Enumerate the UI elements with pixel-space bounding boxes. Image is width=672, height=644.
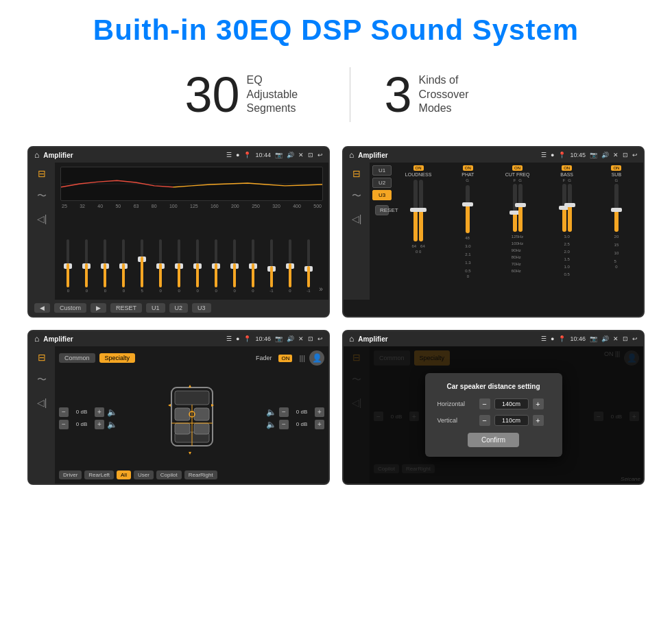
specialty-tab[interactable]: Specialty bbox=[99, 353, 136, 363]
phat-slider[interactable] bbox=[466, 185, 470, 233]
screen3-volume-icon[interactable]: 🔊 bbox=[287, 335, 294, 342]
horizontal-plus-btn[interactable]: + bbox=[533, 398, 544, 409]
rearright-btn[interactable]: RearRight bbox=[184, 470, 217, 479]
sub-on[interactable]: ON bbox=[611, 165, 621, 171]
screen2-menu-icon[interactable]: ☰ bbox=[541, 152, 547, 158]
vertical-minus-btn[interactable]: − bbox=[479, 415, 490, 426]
db-minus-tl[interactable]: − bbox=[59, 407, 69, 417]
screen3-back-icon[interactable]: ↩ bbox=[317, 335, 323, 342]
vertical-input[interactable] bbox=[494, 415, 529, 426]
copilot-btn[interactable]: Copilot bbox=[156, 470, 182, 479]
screen4-x-icon[interactable]: ✕ bbox=[613, 335, 619, 342]
vertical-plus-btn[interactable]: + bbox=[533, 415, 544, 426]
prev-button[interactable]: ◀ bbox=[34, 303, 50, 313]
slider-1[interactable]: 0 bbox=[60, 239, 76, 293]
screen2-eq-icon[interactable]: ⊟ bbox=[352, 168, 361, 179]
u3-button[interactable]: U3 bbox=[192, 303, 211, 313]
phat-on[interactable]: ON bbox=[463, 165, 473, 171]
slider-6[interactable]: 0 bbox=[153, 239, 169, 293]
driver-btn[interactable]: Driver bbox=[59, 470, 82, 479]
db-plus-bl[interactable]: + bbox=[95, 420, 104, 429]
slider-3[interactable]: 0 bbox=[97, 239, 113, 293]
screen3-home-icon[interactable]: ⌂ bbox=[34, 334, 39, 344]
slider-5[interactable]: 5 bbox=[134, 239, 150, 293]
screen3-wave-icon[interactable]: 〜 bbox=[37, 374, 47, 386]
slider-9[interactable]: 0 bbox=[208, 239, 224, 293]
slider-4[interactable]: 0 bbox=[116, 239, 132, 293]
db-minus-bl[interactable]: − bbox=[59, 420, 69, 429]
screen1-location-icon: 📍 bbox=[243, 152, 251, 158]
screen2-reset-btn[interactable]: RESET bbox=[375, 205, 389, 215]
u3-channel-btn[interactable]: U3 bbox=[372, 190, 392, 200]
screen4-home-icon[interactable]: ⌂ bbox=[349, 334, 354, 344]
slider-7[interactable]: 0 bbox=[171, 239, 187, 293]
bass-on[interactable]: ON bbox=[562, 165, 572, 171]
fader-sliders-icon[interactable]: ||| bbox=[299, 354, 305, 362]
u1-button[interactable]: U1 bbox=[146, 303, 165, 313]
screen4-menu-icon[interactable]: ☰ bbox=[541, 335, 547, 342]
profile-icon[interactable]: 👤 bbox=[309, 350, 324, 366]
horizontal-minus-btn[interactable]: − bbox=[479, 398, 490, 409]
slider-13[interactable]: 0 bbox=[282, 239, 298, 293]
db-plus-br[interactable]: + bbox=[315, 420, 324, 429]
horizontal-input[interactable] bbox=[494, 398, 529, 409]
eq-icon[interactable]: ⊟ bbox=[38, 168, 46, 179]
custom-button[interactable]: Custom bbox=[54, 303, 86, 313]
db-minus-br[interactable]: − bbox=[279, 420, 289, 429]
slider-2[interactable]: 0 bbox=[79, 239, 95, 293]
scroll-right-icon[interactable]: » bbox=[319, 285, 323, 293]
screen3-menu-icon[interactable]: ☰ bbox=[226, 335, 232, 342]
slider-11[interactable]: 0 bbox=[245, 239, 261, 293]
common-tab[interactable]: Common bbox=[59, 353, 95, 363]
user-btn[interactable]: User bbox=[134, 470, 154, 479]
screen1-dot-icon: ● bbox=[236, 152, 239, 158]
u1-channel-btn[interactable]: U1 bbox=[372, 165, 392, 176]
slider-10[interactable]: 0 bbox=[227, 239, 243, 293]
cutfreq-slider-g[interactable] bbox=[518, 184, 523, 232]
screen2-back-icon[interactable]: ↩ bbox=[632, 152, 638, 158]
db-minus-tr[interactable]: − bbox=[279, 407, 289, 417]
screen1-back-icon[interactable]: ↩ bbox=[317, 152, 323, 158]
screen1-window-icon[interactable]: ⊡ bbox=[308, 152, 313, 158]
speaker-grid: − 0 dB + 🔈 − 0 dB + 🔈 bbox=[59, 368, 324, 468]
bass-slider-f[interactable] bbox=[562, 184, 566, 232]
sub-slider[interactable] bbox=[614, 184, 619, 232]
screen1-x-icon[interactable]: ✕ bbox=[298, 152, 304, 158]
screen2-wave-icon[interactable]: 〜 bbox=[352, 190, 361, 202]
screen2-volume-icon[interactable]: 🔊 bbox=[601, 152, 609, 158]
screen2-window-icon[interactable]: ⊡ bbox=[623, 152, 628, 158]
play-button[interactable]: ▶ bbox=[91, 303, 106, 313]
cutfreq-slider-f[interactable] bbox=[513, 184, 517, 232]
u2-channel-btn[interactable]: U2 bbox=[372, 178, 392, 188]
db-plus-tl[interactable]: + bbox=[95, 407, 104, 417]
screen1-volume-icon[interactable]: 🔊 bbox=[287, 152, 294, 158]
bass-slider-g[interactable] bbox=[568, 184, 572, 232]
screen1-home-icon[interactable]: ⌂ bbox=[34, 150, 39, 160]
slider-12[interactable]: -1 bbox=[263, 239, 279, 293]
rearleft-btn[interactable]: RearLeft bbox=[84, 470, 114, 479]
slider-8[interactable]: 0 bbox=[190, 239, 206, 293]
screen4-volume-icon[interactable]: 🔊 bbox=[601, 335, 609, 342]
speaker-tl-icon: 🔈 bbox=[107, 407, 117, 417]
loudness-on[interactable]: ON bbox=[413, 165, 424, 171]
screen2-x-icon[interactable]: ✕ bbox=[613, 152, 619, 158]
slider-14[interactable]: -1 bbox=[300, 239, 316, 293]
u2-button[interactable]: U2 bbox=[169, 303, 189, 313]
all-btn[interactable]: All bbox=[117, 470, 131, 479]
screen4-back-icon[interactable]: ↩ bbox=[632, 335, 638, 342]
screen3-speaker-icon[interactable]: ◁| bbox=[37, 397, 47, 408]
loudness-slider-r[interactable] bbox=[419, 180, 423, 241]
speaker-left-icon[interactable]: ◁| bbox=[37, 213, 47, 224]
screen3-window-icon[interactable]: ⊡ bbox=[308, 335, 313, 342]
screen1-menu-icon[interactable]: ☰ bbox=[226, 152, 232, 158]
screen2-speaker-icon[interactable]: ◁| bbox=[352, 213, 362, 224]
reset-button[interactable]: RESET bbox=[110, 303, 142, 313]
screen3-eq-icon[interactable]: ⊟ bbox=[38, 352, 46, 363]
screen2-home-icon[interactable]: ⌂ bbox=[349, 150, 354, 160]
wave-icon[interactable]: 〜 bbox=[37, 190, 47, 202]
screen4-window-icon[interactable]: ⊡ bbox=[623, 335, 628, 342]
confirm-button[interactable]: Confirm bbox=[468, 433, 519, 447]
db-plus-tr[interactable]: + bbox=[315, 407, 324, 417]
cutfreq-on[interactable]: ON bbox=[512, 165, 523, 171]
screen3-x-icon[interactable]: ✕ bbox=[298, 335, 304, 342]
